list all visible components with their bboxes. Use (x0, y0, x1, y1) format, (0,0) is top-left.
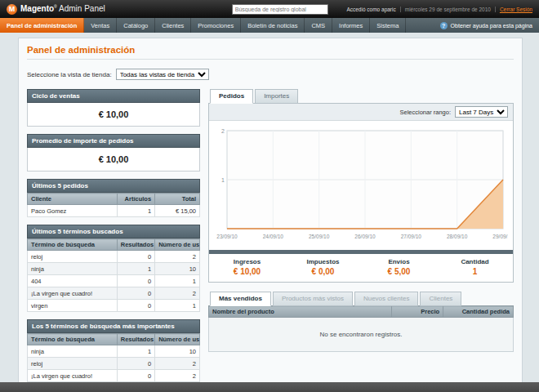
table-row[interactable]: reloj 0 2 (28, 358, 200, 370)
total-label: Ingresos (209, 258, 285, 265)
column-header-resultados: Resultados (117, 239, 154, 251)
help-icon: ? (440, 22, 448, 29)
nav-item-cms[interactable]: CMS (305, 18, 332, 33)
total-ingresos: Ingresos € 10,00 (209, 254, 285, 282)
cell-termino: 404 (28, 275, 118, 287)
top-search-terms-title: Los 5 términos de búsqueda más important… (27, 319, 200, 333)
cell-usos: 1 (155, 300, 200, 312)
chart-tabs: Pedidos Importes (208, 89, 514, 103)
tab-clientes[interactable]: Clientes (420, 292, 461, 306)
table-row[interactable]: virgen 0 1 (28, 300, 200, 312)
last-search-terms-table: Término de búsqueda Resultados Número de… (27, 238, 200, 312)
tab-nuevos-clientes[interactable]: Nuevos clientes (354, 292, 418, 306)
cell-termino: ninja (28, 263, 118, 275)
cell-termino: ¡La virgen que cuadro! (28, 287, 118, 300)
svg-text:24/09/10: 24/09/10 (263, 234, 284, 239)
logo-trademark: ® (54, 4, 57, 9)
dashboard-sidebar: Ciclo de ventas € 10,00 Promedio de impo… (27, 89, 200, 392)
svg-text:27/09/10: 27/09/10 (401, 234, 422, 239)
store-view-row: Seleccione la vista de tienda: Todas las… (27, 69, 514, 80)
page-title: Panel de administración (27, 45, 514, 60)
empty-row: No se encontraron registros. (209, 318, 514, 352)
total-envios: Envíos € 5,00 (361, 254, 437, 282)
table-row[interactable]: 404 0 1 (28, 275, 200, 287)
header-row: Nombre del producto Precio Cantidad pedi… (209, 306, 514, 318)
total-impuestos: Impuestos € 0,00 (285, 254, 361, 282)
table-row[interactable]: reloj 0 2 (28, 251, 200, 263)
cell-resultados: 0 (117, 251, 154, 263)
header-row: Cliente Artículos Total (28, 194, 200, 205)
table-row[interactable]: Paco Gomez 1 € 15,00 (28, 205, 200, 217)
nav-item-system[interactable]: Sistema (370, 18, 406, 33)
store-view-select[interactable]: Todas las vistas de tienda (116, 69, 209, 80)
column-header-nombre-producto: Nombre del producto (209, 306, 392, 318)
average-orders-box: Promedio de importe de pedidos € 10,00 (27, 134, 200, 172)
tab-mas-vendidos[interactable]: Más vendidos (210, 292, 271, 306)
chart-panel: Seleccionar rango: Last 7 Days 1223/09/1… (208, 103, 514, 283)
nav-item-customers[interactable]: Clientes (155, 18, 191, 33)
main-nav: Panel de administración Ventas Catálogo … (0, 18, 539, 33)
last-search-terms-box: Últimos 5 términos buscados Término de b… (27, 225, 200, 312)
nav-item-promotions[interactable]: Promociones (191, 18, 241, 33)
nav-item-reports[interactable]: Informes (332, 18, 370, 33)
cell-termino: reloj (28, 358, 118, 370)
tab-productos-mas-vistos[interactable]: Productos más vistos (273, 292, 353, 306)
cell-resultados: 1 (117, 345, 154, 358)
magento-logo[interactable]: M Magento® Admin Panel (7, 4, 105, 15)
column-header-termino: Término de búsqueda (28, 239, 118, 251)
nav-item-dashboard[interactable]: Panel de administración (0, 18, 84, 33)
table-row[interactable]: ninja 1 10 (28, 263, 200, 275)
range-select[interactable]: Last 7 Days (455, 106, 508, 118)
lifetime-sales-value: € 10,00 (27, 103, 200, 127)
magento-logo-icon: M (7, 4, 17, 15)
average-orders-value: € 10,00 (27, 148, 200, 172)
help-link[interactable]: ? Obtener ayuda para esta página (434, 18, 539, 33)
current-date-text: miércoles 29 de septiembre de 2010 (400, 7, 491, 12)
logo-subtitle: Admin Panel (59, 5, 105, 14)
logged-in-as-text: Accedió como aparic (346, 7, 395, 12)
last-orders-table: Cliente Artículos Total Paco Gomez 1 € 1… (27, 193, 200, 217)
content-area: Panel de administración Seleccione la vi… (18, 38, 523, 392)
cell-resultados: 1 (117, 263, 154, 275)
cell-usos: 2 (155, 358, 200, 370)
nav-item-sales[interactable]: Ventas (84, 18, 117, 33)
range-row: Seleccionar rango: Last 7 Days (209, 104, 513, 121)
table-row[interactable]: ¡La virgen que cuadro! 0 2 (28, 370, 200, 382)
column-header-usos: Número de usos (155, 334, 200, 345)
help-label: Obtener ayuda para esta página (451, 23, 532, 29)
table-row[interactable]: ninja 1 10 (28, 345, 200, 358)
svg-text:1: 1 (221, 177, 225, 183)
column-header-total: Total (155, 194, 200, 205)
logo-brand: Magento (20, 5, 54, 14)
tab-importes[interactable]: Importes (255, 89, 298, 104)
logo-text: Magento® Admin Panel (20, 4, 105, 13)
svg-text:2: 2 (221, 128, 225, 134)
dashboard-columns: Ciclo de ventas € 10,00 Promedio de impo… (27, 89, 514, 392)
average-orders-title: Promedio de importe de pedidos (27, 134, 200, 148)
total-cantidad: Cantidad 1 (437, 254, 513, 282)
last-orders-title: Últimos 5 pedidos (27, 179, 200, 193)
products-table: Nombre del producto Precio Cantidad pedi… (208, 305, 514, 352)
cell-usos: 10 (155, 345, 200, 358)
table-row[interactable]: ¡La virgen que cuadro! 0 2 (28, 287, 200, 300)
cell-total: € 15,00 (155, 205, 200, 217)
column-header-precio: Precio (391, 306, 443, 318)
nav-item-catalog[interactable]: Catálogo (117, 18, 155, 33)
cell-termino: ¡La virgen que cuadro! (28, 370, 118, 382)
dashboard-main: Pedidos Importes Seleccionar rango: Last… (208, 89, 514, 392)
product-tabs: Más vendidos Productos más vistos Nuevos… (208, 292, 514, 305)
global-search-input[interactable] (232, 4, 328, 15)
svg-text:25/09/10: 25/09/10 (309, 234, 330, 239)
cell-usos: 10 (155, 263, 200, 275)
total-value: 1 (437, 267, 513, 276)
cell-resultados: 0 (117, 370, 154, 382)
logout-link[interactable]: Cerrar Sesión (495, 7, 532, 12)
nav-item-newsletter[interactable]: Boletín de noticias (241, 18, 305, 33)
total-value: € 10,00 (209, 267, 285, 276)
store-view-label: Seleccione la vista de tienda: (27, 71, 112, 78)
lifetime-sales-title: Ciclo de ventas (27, 89, 200, 103)
top-search-terms-box: Los 5 términos de búsqueda más important… (27, 319, 200, 392)
cell-termino: reloj (28, 251, 118, 263)
cell-termino: ninja (28, 345, 118, 358)
tab-pedidos[interactable]: Pedidos (210, 89, 253, 104)
